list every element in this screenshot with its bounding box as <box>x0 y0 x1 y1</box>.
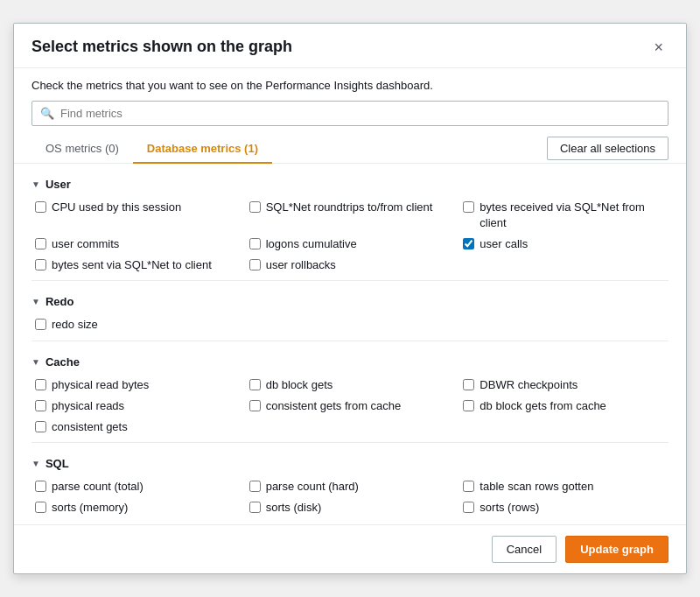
metric-user-rollbacks[interactable]: user rollbacks <box>249 257 455 273</box>
search-icon: 🔍 <box>40 107 54 120</box>
checkbox-physical-reads[interactable] <box>35 400 46 411</box>
checkbox-sorts-rows[interactable] <box>463 502 474 513</box>
metric-logons-cumulative[interactable]: logons cumulative <box>249 236 455 252</box>
metric-consistent-gets[interactable]: consistent gets <box>35 419 241 435</box>
user-metrics-grid: CPU used by this session SQL*Net roundtr… <box>35 200 668 274</box>
section-user: ▼ User CPU used by this session SQL*Net … <box>32 178 668 274</box>
checkbox-user-rollbacks[interactable] <box>249 259 261 270</box>
modal: Select metrics shown on the graph × Chec… <box>13 23 687 575</box>
checkbox-db-block-gets[interactable] <box>249 379 261 390</box>
metric-db-block-gets[interactable]: db block gets <box>249 377 455 393</box>
metric-physical-reads[interactable]: physical reads <box>35 398 241 414</box>
section-sql-title: SQL <box>46 457 69 470</box>
metric-cpu-session[interactable]: CPU used by this session <box>35 200 241 231</box>
checkbox-logons-cumulative[interactable] <box>249 238 261 249</box>
checkbox-consistent-gets-cache[interactable] <box>249 400 261 411</box>
tab-database-metrics[interactable]: Database metrics (1) <box>133 135 272 164</box>
metric-bytes-sent[interactable]: bytes sent via SQL*Net to client <box>35 257 241 273</box>
checkbox-user-calls[interactable] <box>463 238 474 249</box>
section-sql-header[interactable]: ▼ SQL <box>32 457 668 470</box>
section-redo: ▼ Redo redo size <box>32 295 668 333</box>
divider-sql <box>32 442 668 443</box>
checkbox-sqlnet-roundtrips[interactable] <box>249 201 261 213</box>
chevron-icon-redo: ▼ <box>32 297 40 306</box>
metric-consistent-gets-cache[interactable]: consistent gets from cache <box>249 398 455 414</box>
metric-redo-size[interactable]: redo size <box>35 317 241 333</box>
metric-bytes-received[interactable]: bytes received via SQL*Net from client <box>463 200 668 231</box>
modal-body: ▼ User CPU used by this session SQL*Net … <box>14 164 686 525</box>
cancel-button[interactable]: Cancel <box>492 536 556 563</box>
section-cache-title: Cache <box>46 355 80 369</box>
checkbox-cpu-session[interactable] <box>35 201 46 213</box>
checkbox-redo-size[interactable] <box>35 319 46 330</box>
metric-sorts-memory[interactable]: sorts (memory) <box>35 500 241 516</box>
checkbox-parse-count-hard[interactable] <box>249 481 261 492</box>
modal-footer: Cancel Update graph <box>14 524 686 573</box>
metric-user-calls[interactable]: user calls <box>463 236 668 252</box>
metric-sqlnet-roundtrips[interactable]: SQL*Net roundtrips to/from client <box>249 200 455 231</box>
tab-os-metrics[interactable]: OS metrics (0) <box>32 135 133 164</box>
checkbox-consistent-gets[interactable] <box>35 421 46 432</box>
checkbox-physical-read-bytes[interactable] <box>35 379 46 390</box>
divider-redo <box>32 280 668 281</box>
metric-parse-count-total[interactable]: parse count (total) <box>35 479 241 495</box>
section-user-header[interactable]: ▼ User <box>32 178 668 191</box>
section-sql: ▼ SQL parse count (total) parse count (h… <box>32 457 668 516</box>
modal-overlay: Select metrics shown on the graph × Chec… <box>0 0 700 597</box>
chevron-icon: ▼ <box>32 179 40 189</box>
metric-dbwr-checkpoints[interactable]: DBWR checkpoints <box>463 377 668 393</box>
update-graph-button[interactable]: Update graph <box>565 536 668 563</box>
checkbox-user-commits[interactable] <box>35 238 46 249</box>
chevron-icon-sql: ▼ <box>32 459 40 468</box>
chevron-icon-cache: ▼ <box>32 357 40 367</box>
checkbox-table-scan-rows[interactable] <box>463 481 474 492</box>
modal-header: Select metrics shown on the graph × <box>14 24 686 68</box>
redo-metrics-grid: redo size <box>35 317 668 333</box>
metric-sorts-rows[interactable]: sorts (rows) <box>463 500 668 516</box>
modal-description: Check the metrics that you want to see o… <box>14 68 686 101</box>
section-redo-title: Redo <box>46 295 74 308</box>
metric-physical-read-bytes[interactable]: physical read bytes <box>35 377 241 393</box>
metric-db-block-gets-cache[interactable]: db block gets from cache <box>463 398 668 414</box>
checkbox-bytes-sent[interactable] <box>35 259 46 270</box>
checkbox-sorts-memory[interactable] <box>35 502 46 513</box>
checkbox-bytes-received[interactable] <box>463 201 474 213</box>
sql-metrics-grid: parse count (total) parse count (hard) t… <box>35 479 668 516</box>
checkbox-dbwr-checkpoints[interactable] <box>463 379 474 390</box>
search-bar: 🔍 <box>32 101 668 126</box>
section-cache-header[interactable]: ▼ Cache <box>32 355 668 369</box>
modal-title: Select metrics shown on the graph <box>32 38 292 56</box>
checkbox-parse-count-total[interactable] <box>35 481 46 492</box>
search-input[interactable] <box>32 101 668 126</box>
metric-sorts-disk[interactable]: sorts (disk) <box>249 500 455 516</box>
divider-cache <box>32 341 668 341</box>
tabs-container: OS metrics (0) Database metrics (1) <box>32 135 272 163</box>
checkbox-db-block-gets-cache[interactable] <box>463 400 474 411</box>
section-user-title: User <box>46 178 71 191</box>
close-button[interactable]: × <box>648 38 668 57</box>
clear-all-button[interactable]: Clear all selections <box>547 137 668 160</box>
metric-table-scan-rows[interactable]: table scan rows gotten <box>463 479 668 495</box>
metric-user-commits[interactable]: user commits <box>35 236 241 252</box>
section-redo-header[interactable]: ▼ Redo <box>32 295 668 308</box>
cache-metrics-grid: physical read bytes db block gets DBWR c… <box>35 377 668 436</box>
tabs-row: OS metrics (0) Database metrics (1) Clea… <box>14 135 686 164</box>
metric-parse-count-hard[interactable]: parse count (hard) <box>249 479 455 495</box>
checkbox-sorts-disk[interactable] <box>249 502 261 513</box>
section-cache: ▼ Cache physical read bytes db block get… <box>32 355 668 436</box>
